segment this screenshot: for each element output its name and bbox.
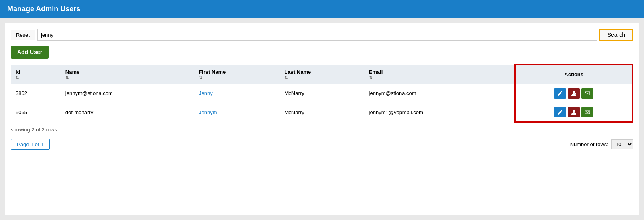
sort-lastname-icon[interactable]: ⇅	[285, 76, 359, 80]
cell-email: jennym@stiona.com	[364, 84, 515, 103]
table-row: 3862 jennym@stiona.com Jenny McNarry jen…	[11, 84, 633, 103]
action-buttons	[520, 107, 627, 117]
col-header-email: Email ⇅	[364, 65, 515, 84]
cell-last-name: McNarry	[280, 103, 364, 122]
svg-point-3	[573, 110, 575, 112]
email-button[interactable]	[581, 88, 593, 99]
table-row: 5065 dof-mcnarryj Jennym McNarry jennym1…	[11, 103, 633, 122]
col-header-name: Name ⇅	[61, 65, 194, 84]
page-header: Manage Admin Users	[0, 0, 644, 18]
email-icon	[585, 109, 590, 115]
email-icon	[585, 91, 590, 96]
page-wrapper: Manage Admin Users Reset Search Add User…	[0, 0, 644, 220]
action-buttons	[520, 88, 627, 99]
edit-button[interactable]	[554, 88, 566, 99]
sort-id-icon[interactable]: ⇅	[16, 76, 56, 80]
col-header-first-name: First Name ⇅	[194, 65, 279, 84]
edit-icon	[557, 91, 563, 96]
cell-name: jennym@stiona.com	[61, 84, 194, 103]
sort-name-icon[interactable]: ⇅	[65, 76, 189, 80]
cell-actions	[515, 103, 633, 122]
rows-select[interactable]: 10 25 50 100	[611, 139, 633, 149]
role-icon	[571, 91, 577, 96]
reset-button[interactable]: Reset	[11, 30, 35, 40]
role-button[interactable]	[568, 88, 580, 99]
rows-selector: Number of rows: 10 25 50 100	[570, 139, 633, 149]
cell-email: jennym1@yopmail.com	[364, 103, 515, 122]
search-input[interactable]	[37, 29, 597, 41]
col-header-id: Id ⇅	[11, 65, 61, 84]
cell-first-name: Jenny	[194, 84, 279, 103]
role-button[interactable]	[568, 107, 580, 117]
main-content: Reset Search Add User Id ⇅ Name ⇅	[5, 23, 639, 215]
cell-id: 5065	[11, 103, 61, 122]
cell-id: 3862	[11, 84, 61, 103]
page-button[interactable]: Page 1 of 1	[11, 139, 50, 150]
edit-button[interactable]	[554, 107, 566, 117]
page-title: Manage Admin Users	[7, 5, 80, 13]
cell-actions	[515, 84, 633, 103]
col-header-actions: Actions	[515, 65, 633, 84]
sort-email-icon[interactable]: ⇅	[369, 76, 510, 80]
showing-rows-text: showing 2 of 2 rows	[11, 127, 633, 133]
cell-first-name: Jennym	[194, 103, 279, 122]
edit-icon	[557, 109, 563, 115]
email-button[interactable]	[581, 107, 593, 117]
pagination-row: Page 1 of 1 Number of rows: 10 25 50 100	[11, 139, 633, 150]
svg-point-0	[573, 91, 575, 93]
table-header-row: Id ⇅ Name ⇅ First Name ⇅ Last Name ⇅	[11, 65, 633, 84]
cell-last-name: McNarry	[280, 84, 364, 103]
sort-firstname-icon[interactable]: ⇅	[199, 76, 275, 80]
col-header-last-name: Last Name ⇅	[280, 65, 364, 84]
role-icon	[571, 109, 577, 115]
users-table: Id ⇅ Name ⇅ First Name ⇅ Last Name ⇅	[11, 64, 633, 123]
search-bar: Reset Search	[11, 29, 633, 41]
cell-name: dof-mcnarryj	[61, 103, 194, 122]
rows-label: Number of rows:	[570, 141, 608, 147]
search-button[interactable]: Search	[599, 29, 633, 41]
add-user-button[interactable]: Add User	[11, 46, 49, 59]
